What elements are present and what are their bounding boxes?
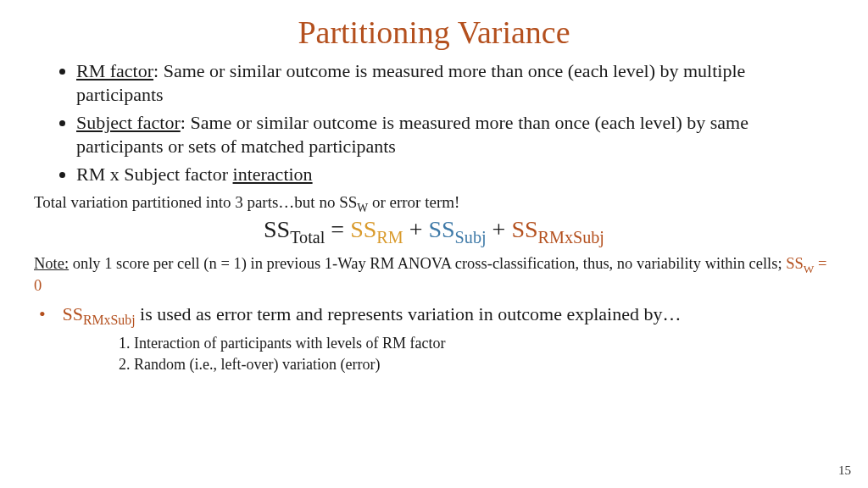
page-number: 15 bbox=[838, 463, 851, 478]
partition-sub: W bbox=[357, 201, 368, 214]
subject-factor-label: Subject factor bbox=[76, 112, 181, 133]
partition-pre: Total variation partitioned into 3 parts… bbox=[34, 193, 357, 211]
ss-int-sub: RMxSubj bbox=[538, 228, 604, 247]
ss-error-rest: is used as error term and represents var… bbox=[136, 303, 682, 324]
ss-rmxsubj: SSRMxSubj bbox=[511, 216, 604, 242]
partition-post: or error term! bbox=[368, 193, 459, 211]
note-label: Note: bbox=[34, 255, 69, 272]
ssw-sub: W bbox=[804, 263, 815, 275]
note-line: Note: only 1 score per cell (n = 1) in p… bbox=[34, 254, 834, 296]
note-rest: only 1 score per cell (n = 1) in previou… bbox=[69, 255, 786, 272]
bullet-rm-factor: RM factor: Same or similar outcome is me… bbox=[76, 59, 834, 106]
rm-factor-label: RM factor bbox=[76, 60, 153, 81]
ss-total: SSTotal bbox=[264, 216, 325, 242]
ss-error-text: SS bbox=[63, 303, 83, 324]
interaction-pre: RM x Subject factor bbox=[76, 164, 233, 185]
interaction-label: interaction bbox=[233, 164, 313, 185]
ss-rm-text: SS bbox=[350, 216, 376, 242]
ss-equation: SSTotal = SSRM + SSSubj + SSRMxSubj bbox=[34, 216, 834, 247]
bullet-ss-error: SSRMxSubj is used as error term and repr… bbox=[58, 302, 834, 374]
ssw-text: SS bbox=[786, 255, 804, 272]
secondary-bullet-list: SSRMxSubj is used as error term and repr… bbox=[34, 302, 834, 374]
ss-error-term: SSRMxSubj bbox=[63, 303, 136, 324]
bullet-interaction: RM x Subject factor interaction bbox=[76, 163, 834, 186]
main-bullet-list: RM factor: Same or similar outcome is me… bbox=[34, 59, 834, 186]
ss-subj-sub: Subj bbox=[455, 228, 487, 247]
ss-rm-sub: RM bbox=[376, 228, 403, 247]
equals: = bbox=[325, 216, 350, 242]
ss-total-sub: Total bbox=[290, 228, 325, 247]
ss-subj: SSSubj bbox=[428, 216, 486, 242]
ss-error-sub: RMxSubj bbox=[83, 313, 136, 328]
rm-factor-text: : Same or similar outcome is measured mo… bbox=[76, 60, 745, 105]
explain-item-1: Interaction of participants with levels … bbox=[134, 333, 834, 353]
ss-rm: SSRM bbox=[350, 216, 403, 242]
plus2: + bbox=[487, 216, 512, 242]
explain-item-2: Random (i.e., left-over) variation (erro… bbox=[134, 354, 834, 374]
bullet-subject-factor: Subject factor: Same or similar outcome … bbox=[76, 111, 834, 158]
partition-sentence: Total variation partitioned into 3 parts… bbox=[34, 193, 834, 215]
slide: Partitioning Variance RM factor: Same or… bbox=[0, 0, 868, 488]
ss-subj-text: SS bbox=[428, 216, 454, 242]
slide-title: Partitioning Variance bbox=[34, 14, 834, 51]
plus1: + bbox=[403, 216, 429, 242]
ss-int-text: SS bbox=[511, 216, 537, 242]
ss-text: SS bbox=[264, 216, 290, 242]
explain-ordered-list: Interaction of participants with levels … bbox=[58, 333, 834, 374]
